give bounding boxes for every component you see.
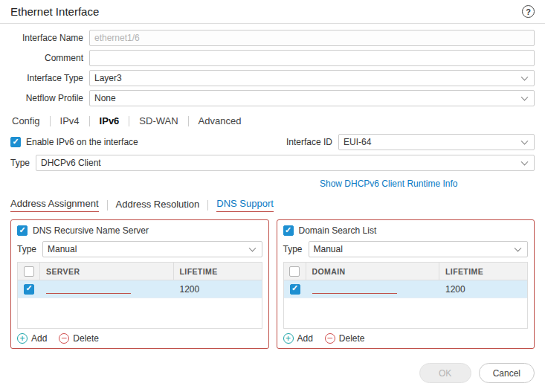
show-dhcpv6-runtime-link[interactable]: Show DHCPv6 Client Runtime Info (320, 179, 457, 189)
select-all-checkbox[interactable] (289, 266, 300, 277)
runtime-info-row: Show DHCPv6 Client Runtime Info (10, 179, 535, 189)
tab-separator (129, 116, 129, 126)
netflow-row: Netflow Profile None (10, 90, 535, 106)
table-row[interactable]: 1200 (284, 280, 528, 298)
add-icon (283, 333, 294, 344)
server-value-cell[interactable] (40, 285, 174, 294)
domain-search-type-value: Manual (314, 244, 343, 254)
subtab-dns-support[interactable]: DNS Support (216, 198, 274, 212)
tab-config[interactable]: Config (10, 114, 42, 128)
help-icon[interactable]: ? (522, 5, 535, 18)
add-button[interactable]: Add (17, 333, 47, 344)
main-tabs: Config IPv4 IPv6 SD-WAN Advanced (10, 114, 535, 128)
delete-button[interactable]: Delete (325, 333, 365, 344)
domain-search-type-label: Type (283, 244, 303, 254)
comment-label: Comment (10, 53, 83, 63)
dns-server-type-select[interactable]: Manual (42, 241, 262, 257)
ipv6-type-select[interactable]: DHCPv6 Client (36, 155, 535, 171)
netflow-select[interactable]: None (89, 90, 535, 106)
tab-separator (89, 116, 90, 126)
tab-separator (50, 116, 51, 126)
lifetime-value-cell[interactable]: 1200 (439, 284, 527, 295)
dns-server-table-header: SERVER LIFETIME (18, 263, 262, 280)
dns-server-panel-footer: Add Delete (17, 333, 262, 344)
domain-search-table-header: DOMAIN LIFETIME (284, 263, 528, 280)
dns-server-checkbox[interactable] (17, 225, 28, 236)
lifetime-column-header: LIFETIME (439, 263, 527, 280)
select-all-checkbox[interactable] (24, 266, 34, 277)
table-empty-area (284, 298, 528, 328)
lifetime-value-cell[interactable]: 1200 (174, 284, 262, 295)
cancel-button[interactable]: Cancel (479, 363, 535, 383)
interface-id-select[interactable]: EUI-64 (338, 134, 535, 150)
table-empty-area (18, 298, 262, 328)
chevron-down-icon (515, 245, 522, 252)
dialog-titlebar: Ethernet Interface ? (0, 0, 545, 24)
delete-icon (325, 333, 335, 344)
interface-id-value: EUI-64 (344, 137, 371, 147)
chevron-down-icon (521, 94, 529, 101)
chevron-down-icon (521, 74, 529, 81)
interface-form: Interface Name Comment Interface Type La… (0, 24, 545, 106)
netflow-label: Netflow Profile (10, 93, 83, 103)
table-row[interactable]: 1200 (18, 280, 262, 298)
lifetime-column-header: LIFETIME (174, 263, 262, 280)
dhcpv6-subtabs: Address Assignment Address Resolution DN… (10, 198, 535, 212)
domain-search-panel: Domain Search List Type Manual DOMAIN LI… (277, 219, 535, 349)
interface-id-group: Interface ID EUI-64 (286, 134, 535, 150)
row-checkbox[interactable] (24, 284, 34, 295)
comment-field[interactable] (89, 50, 535, 66)
tab-separator (188, 116, 189, 126)
domain-value-cell[interactable] (306, 285, 440, 294)
tab-advanced[interactable]: Advanced (197, 114, 243, 128)
page-title: Ethernet Interface (10, 5, 99, 18)
dialog-footer: OK Cancel (419, 363, 535, 383)
domain-search-type-select[interactable]: Manual (309, 241, 528, 257)
chevron-down-icon (521, 138, 529, 145)
dns-server-type-value: Manual (48, 244, 77, 254)
add-button-label: Add (31, 333, 47, 344)
dns-support-panels: DNS Recursive Name Server Type Manual SE… (10, 219, 535, 349)
domain-column-header: DOMAIN (306, 263, 440, 280)
row-checkbox-cell (18, 284, 40, 295)
ipv6-type-label: Type (10, 158, 30, 168)
ok-button[interactable]: OK (419, 363, 471, 383)
dns-server-panel-header: DNS Recursive Name Server (17, 225, 262, 236)
domain-search-table: DOMAIN LIFETIME 1200 (283, 262, 529, 329)
interface-name-label: Interface Name (10, 33, 83, 43)
netflow-value: None (94, 93, 116, 103)
comment-row: Comment (10, 50, 535, 66)
interface-name-row: Interface Name (10, 30, 535, 46)
interface-id-label: Interface ID (286, 137, 332, 147)
tab-ipv6[interactable]: IPv6 (98, 114, 121, 128)
interface-type-select[interactable]: Layer3 (89, 70, 535, 86)
dns-server-type-label: Type (17, 244, 36, 254)
ipv6-type-row: Type DHCPv6 Client (10, 155, 535, 171)
tab-ipv4[interactable]: IPv4 (59, 114, 81, 128)
tab-sdwan[interactable]: SD-WAN (138, 114, 179, 128)
dns-server-panel: DNS Recursive Name Server Type Manual SE… (10, 219, 269, 349)
interface-type-row: Interface Type Layer3 (10, 70, 535, 86)
delete-button-label: Delete (73, 333, 99, 344)
chevron-down-icon (248, 245, 256, 252)
enable-ipv6-row: Enable IPv6 on the interface Interface I… (10, 134, 535, 150)
delete-button[interactable]: Delete (59, 333, 99, 344)
domain-search-panel-title: Domain Search List (299, 225, 377, 236)
dns-server-table: SERVER LIFETIME 1200 (17, 262, 262, 329)
delete-icon (59, 333, 69, 344)
enable-ipv6-label: Enable IPv6 on the interface (26, 137, 138, 147)
chevron-down-icon (521, 158, 529, 166)
domain-search-panel-footer: Add Delete (283, 333, 529, 344)
ipv6-type-value: DHCPv6 Client (41, 158, 101, 168)
subtab-separator (207, 200, 208, 211)
add-button-label: Add (297, 333, 313, 344)
row-checkbox[interactable] (290, 284, 300, 295)
enable-ipv6-checkbox[interactable] (10, 137, 21, 147)
subtab-address-assignment[interactable]: Address Assignment (10, 198, 99, 212)
add-icon (17, 333, 28, 344)
subtab-address-resolution[interactable]: Address Resolution (116, 199, 200, 212)
domain-search-checkbox[interactable] (283, 225, 294, 236)
empty-value-error-underline (312, 285, 397, 294)
add-button[interactable]: Add (283, 333, 313, 344)
dns-server-panel-title: DNS Recursive Name Server (33, 225, 149, 236)
